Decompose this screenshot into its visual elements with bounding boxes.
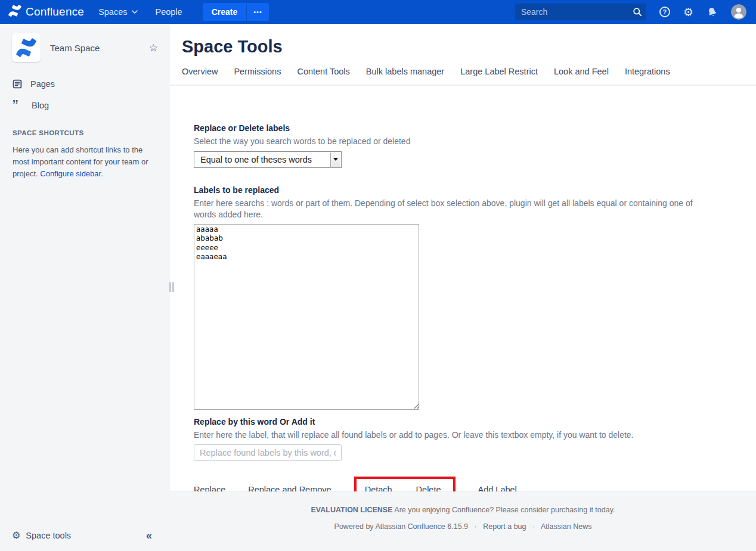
license-text: Are you enjoying Confluence? Please cons… [394, 506, 615, 514]
dot-separator: · [475, 522, 477, 531]
tab-look-and-feel[interactable]: Look and Feel [554, 67, 609, 76]
replace-or-delete-hint: Select the way you search words to be re… [194, 136, 715, 147]
select-dropdown-arrow-icon[interactable] [330, 152, 340, 167]
create-button[interactable]: Create [203, 3, 247, 21]
create-button-group: Create ••• [203, 3, 269, 21]
star-icon[interactable]: ☆ [149, 42, 159, 54]
sidebar-nav: Pages ” Blog [0, 76, 170, 113]
space-tools-gear-icon: ⚙ [12, 531, 20, 540]
collapse-sidebar-icon[interactable]: « [146, 530, 152, 542]
labels-textarea-wrap: aaaaa ababab eeeee eaaaeaa [194, 224, 420, 410]
space-logo-icon[interactable] [12, 33, 41, 62]
search-box [515, 4, 646, 20]
tab-integrations[interactable]: Integrations [625, 67, 670, 76]
tab-permissions[interactable]: Permissions [234, 67, 281, 76]
create-more-button[interactable]: ••• [246, 3, 269, 21]
annotation-highlight: Detach Delete [354, 477, 456, 491]
page-title: Space Tools [182, 37, 756, 57]
powered-by-prefix: Powered by [334, 522, 374, 531]
replace-and-remove-button[interactable]: Replace and Remove [248, 485, 331, 491]
sidebar-item-pages[interactable]: Pages [0, 76, 170, 92]
bulk-labels-form: Replace or Delete labels Select the way … [170, 86, 756, 491]
powered-by-line: Powered by Atlassian Confluence 6.15.9 ·… [170, 522, 756, 531]
add-label-button[interactable]: Add Label [478, 485, 517, 491]
pages-icon [13, 79, 22, 89]
detach-button[interactable]: Detach [365, 485, 392, 491]
space-tools-label[interactable]: Space tools [26, 531, 71, 540]
tab-content-tools[interactable]: Content Tools [297, 67, 349, 76]
search-icon[interactable] [633, 7, 642, 17]
search-mode-select-value: Equal to one of theses words [200, 155, 312, 164]
search-input[interactable] [515, 4, 646, 20]
labels-to-replace-hint: Enter here searchs : words or part of th… [194, 198, 715, 220]
space-header: Team Space ☆ [0, 24, 170, 62]
atlassian-news-link[interactable]: Atlassian News [541, 522, 591, 531]
space-tools-bar[interactable]: ⚙ Space tools « [0, 524, 170, 551]
report-a-bug-link[interactable]: Report a bug [483, 522, 526, 531]
action-buttons-row: Replace Replace and Remove Detach Delete… [194, 477, 732, 491]
tab-large-label-restrict[interactable]: Large Label Restrict [460, 67, 538, 76]
labels-to-replace-label: Labels to be replaced [194, 185, 732, 195]
replace-or-delete-label: Replace or Delete labels [194, 123, 732, 133]
sidebar-resize-handle[interactable] [169, 282, 174, 292]
replace-word-hint: Enter here the label, that will replace … [194, 429, 715, 441]
help-icon[interactable]: ? [659, 7, 670, 17]
delete-button[interactable]: Delete [416, 485, 441, 491]
admin-gear-icon[interactable]: ⚙ [683, 7, 693, 18]
replace-word-label: Replace by this word Or Add it [194, 417, 732, 427]
space-tools-tabs: Overview Permissions Content Tools Bulk … [170, 67, 756, 86]
configure-sidebar-link[interactable]: Configure sidebar. [40, 169, 103, 178]
product-name: Confluence [26, 5, 84, 18]
confluence-app: Confluence Spaces People Create ••• [0, 0, 756, 551]
nav-left: Confluence Spaces People Create ••• [8, 3, 269, 21]
labels-to-replace-section: Labels to be replaced Enter here searchs… [194, 185, 732, 410]
notifications-bell-icon[interactable] [707, 7, 718, 18]
confluence-logo-icon [8, 4, 21, 20]
nav-spaces[interactable]: Spaces [98, 7, 137, 17]
labels-textarea[interactable]: aaaaa ababab eeeee eaaaeaa [194, 224, 419, 410]
user-avatar[interactable] [731, 4, 746, 20]
sidebar: Team Space ☆ Pages ” Blog SPACE SHORTCUT… [0, 24, 170, 551]
confluence-home-link[interactable]: Confluence [8, 4, 84, 20]
chevron-down-icon [132, 10, 138, 14]
nav-people[interactable]: People [156, 7, 182, 17]
replace-button[interactable]: Replace [194, 485, 225, 491]
tab-bulk-labels-manager[interactable]: Bulk labels manager [366, 67, 444, 76]
replace-word-input[interactable] [194, 444, 342, 461]
blog-icon: ” [13, 101, 23, 110]
search-mode-select[interactable]: Equal to one of theses words [194, 151, 342, 168]
license-line: EVALUATION LICENSE Are you enjoying Conf… [170, 506, 756, 514]
nav-spaces-label: Spaces [98, 7, 127, 17]
top-navigation: Confluence Spaces People Create ••• [0, 0, 756, 24]
space-shortcuts-title: SPACE SHORTCUTS [13, 129, 170, 136]
atlassian-confluence-link[interactable]: Atlassian Confluence [375, 522, 445, 531]
page-footer: EVALUATION LICENSE Are you enjoying Conf… [170, 491, 756, 551]
replace-word-section: Replace by this word Or Add it Enter her… [194, 417, 732, 461]
sidebar-item-label: Pages [30, 79, 55, 89]
replace-or-delete-section: Replace or Delete labels Select the way … [194, 123, 732, 168]
tab-overview[interactable]: Overview [182, 67, 218, 76]
nav-right: ? ⚙ [515, 4, 746, 20]
space-name[interactable]: Team Space [50, 43, 140, 53]
license-badge: EVALUATION LICENSE [311, 506, 393, 514]
sidebar-item-label: Blog [32, 101, 49, 110]
space-shortcuts-hint: Here you can add shortcut links to the m… [13, 144, 157, 180]
dot-separator: · [532, 522, 535, 531]
sidebar-item-blog[interactable]: ” Blog [0, 98, 170, 113]
main-content: Space Tools Overview Permissions Content… [170, 24, 756, 491]
confluence-version: 6.15.9 [447, 522, 468, 531]
